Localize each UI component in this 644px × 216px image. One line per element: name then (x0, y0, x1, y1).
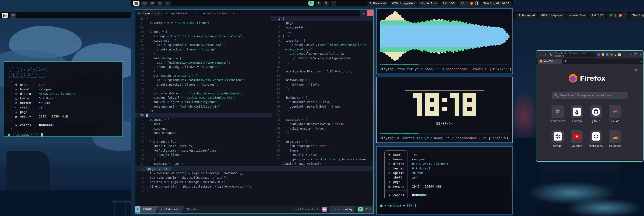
shortcut-youtube[interactable]: youtube (570, 130, 583, 147)
ping-widget[interactable]: Home: 8ms (418, 1, 439, 6)
code-line: 20 }; (272, 109, 373, 113)
client-icon[interactable]: $W (164, 1, 171, 6)
terminal-fastfetch-left[interactable]: _ ___ ____ _____ / | / (_)_ __/ __ \/ __… (4, 61, 123, 137)
firefox-window[interactable]: ‹ › ↻ Search with Google or enter addres… (536, 50, 644, 162)
tab-list-chevron-icon[interactable]: ▾ (640, 60, 642, 63)
client-icon[interactable]: $W (10, 13, 16, 18)
ping-widget[interactable]: Home: 6ms (567, 13, 588, 18)
system-tray[interactable]: ᛒ (607, 13, 628, 18)
shortcut-github[interactable]: github (590, 105, 602, 123)
nvim-pane-iso-image[interactable]: 1{1 pkgs,2 modulesPath,3 ...4}: {5 impor… (272, 16, 373, 166)
statusline-filename: flake.nix (164, 208, 179, 211)
url-bar[interactable]: Search with Google or enter address (555, 52, 596, 57)
app-launcher-button[interactable] (133, 1, 140, 6)
firefox-icon (540, 60, 542, 63)
code-line: 2 modulesPath, (272, 25, 373, 30)
fetch-value-memory: 1946 | 15394 MiB (412, 184, 448, 189)
system-tray[interactable]: ᛒ (458, 1, 480, 6)
new-tab-button[interactable]: + (564, 60, 567, 63)
neovim-window[interactable]: ❄flake.nix×❄pkgs/default...×❄hosts/isoIm… (135, 10, 374, 214)
extension-icon-purple[interactable] (597, 53, 600, 56)
client-icon[interactable]: $W (149, 1, 156, 6)
code-line: 4 home-manager, (135, 131, 271, 135)
file-progress-icon: ☰ (358, 207, 363, 211)
code-line: 10 ]; (135, 157, 271, 161)
code-line: plugin thunar-volman]; (272, 161, 373, 166)
code-line: 12 (272, 74, 373, 78)
code-line: n-cd-minimal.nix" (272, 47, 373, 52)
close-tab-icon[interactable]: × (233, 12, 234, 15)
nvim-pane-pkgs-default[interactable]: 1{pkgs, ...}: {1 tux-awesome-wm-config =… (135, 167, 373, 206)
gpu-widget[interactable]: GPU: Integrated (539, 13, 566, 18)
editor-tab-flake-nix[interactable]: ❄flake.nix× (135, 10, 163, 16)
code-line: 28 ssh.startAgent = true; (272, 144, 373, 148)
shortcut-grid: ❄search.nixosaamazongithub✳claudechatgpt… (552, 105, 622, 147)
editor-tab-pkgs-default-[interactable]: ❄pkgs/default...× (163, 10, 200, 16)
maximize-button[interactable] (634, 54, 637, 56)
gpu-widget[interactable]: GPU: Integrated (390, 1, 417, 6)
close-tab-icon[interactable]: × (196, 12, 197, 15)
forward-button[interactable]: › (544, 53, 548, 57)
terminal-fastfetch-right[interactable]: ☻user≡hname❄distro▢kernel◴uptime›_shell◈… (376, 146, 513, 214)
terminal-cava[interactable]: =====================> Playing: ffee for… (376, 8, 513, 74)
firefox-logo-icon (569, 74, 577, 83)
close-buffer-button[interactable]: × (367, 10, 373, 16)
client-icon[interactable]: $W (141, 1, 148, 6)
prompt-path: ~ (30, 133, 32, 137)
tag-3[interactable]: 3 (323, 1, 329, 6)
grid-icon (134, 2, 138, 5)
shell-prompt[interactable]: → canopus ~ ))) (7, 133, 120, 137)
shortcut-chat.openai[interactable]: chat.openai (590, 130, 602, 147)
editor-tab-hosts-isoImag-[interactable]: ❄hosts/isoImag..× (200, 10, 238, 16)
reload-button[interactable]: ↻ (549, 53, 553, 57)
shortcut-chatgpt[interactable]: chatgpt (552, 130, 564, 147)
close-button[interactable]: × (639, 53, 642, 56)
tab-new-tab[interactable]: New Tab (538, 59, 562, 64)
newtab-search-input[interactable]: Search with Google or enter address (552, 92, 628, 99)
prompt-host: canopus (388, 203, 402, 207)
shell-prompt[interactable]: → canopus ~ ))) (380, 203, 509, 207)
power-profile-widget[interactable]: P: Balanced (368, 1, 388, 6)
tab-toggle-button[interactable]: ◑ (360, 10, 367, 16)
back-button[interactable]: ‹ (538, 53, 542, 57)
tag-4[interactable]: 4 (331, 1, 336, 6)
terminal-clock[interactable]: 08/08/24 =====================> Playing:… (376, 77, 513, 143)
clock-widget[interactable]: Thu Aug 08, 18:18 (482, 1, 512, 6)
menu-icon[interactable] (618, 54, 621, 56)
code-line: 23 (135, 113, 271, 117)
personalize-gear-icon[interactable]: ⚙ (634, 68, 638, 72)
code-line: 1 pkgs, (272, 21, 373, 25)
shortcut-search.nixos[interactable]: ❄search.nixos (552, 105, 564, 123)
client-icon[interactable]: $W (157, 1, 163, 6)
fastfetch-values: tuxcanopusNixOS 24.11 (Vicuna)6.9.8-zen1… (408, 150, 448, 199)
nvim-pane-flake-nix[interactable]: 22{21 description = "tux's NixOS Flake";… (135, 16, 271, 166)
now-playing: Playing: d (coffee for your head) ** ♫ b… (380, 136, 510, 140)
fastfetch-values: tuxcanopusNixOS 24.11 (Vicuna)6.9.8-zen1… (34, 81, 75, 129)
tag-1[interactable]: 1 (308, 1, 314, 6)
home-icon[interactable]: ⌂ (615, 53, 616, 56)
metamask-icon[interactable] (610, 53, 613, 56)
app-launcher-button[interactable] (2, 13, 8, 18)
battery-widget[interactable]: Bat: 100 (440, 1, 457, 6)
openai-icon (554, 132, 562, 141)
code-line: 6 } @ inputs: let (135, 139, 271, 144)
tag-2[interactable]: 2 (316, 1, 321, 6)
power-profile-widget[interactable]: P: Balanced (516, 13, 537, 18)
wifi-icon (460, 2, 464, 5)
code-line: 17 hardware = { (272, 96, 373, 100)
clock-widget[interactable]: Thu Aug 08, 18:39 (630, 13, 644, 18)
shortcut-cloudflare[interactable]: ☁cloudflare (609, 130, 622, 147)
extension-icon-yellow[interactable] (602, 53, 604, 56)
fetch-label-kernel: ▢kernel (388, 166, 404, 170)
shortcut-amazon[interactable]: aamazon (570, 105, 583, 123)
shortcut-claude[interactable]: ✳claude (609, 105, 622, 123)
firefox-logo: Firefox (569, 74, 606, 83)
phone-icon (475, 2, 478, 5)
code-line: 3 nixpkgs, (135, 126, 271, 131)
palette-icon: ❀ (14, 124, 18, 127)
battery-widget[interactable]: Bat: 100 (589, 13, 606, 18)
close-tab-icon[interactable]: × (158, 12, 160, 15)
extension-icon-blue[interactable] (606, 53, 608, 56)
minimize-button[interactable]: − (630, 53, 632, 56)
code-line: 5 nixos-hardware.url = "github:nixos/nix… (135, 91, 271, 96)
